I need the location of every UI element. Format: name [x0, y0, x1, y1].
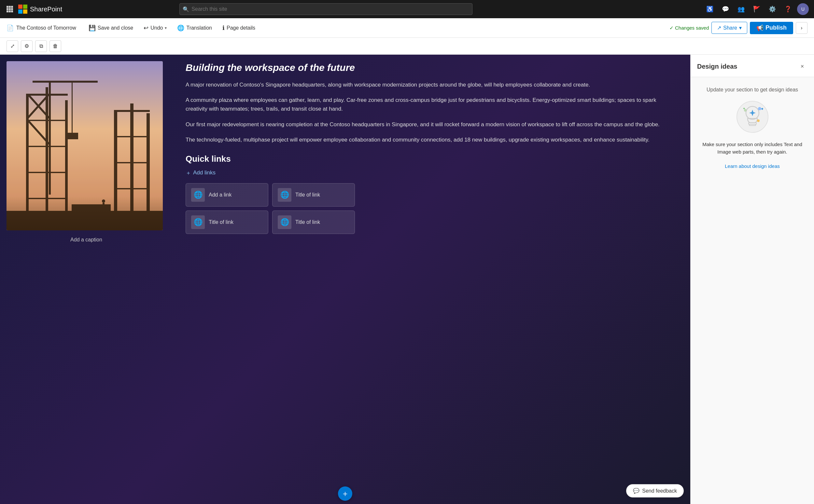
svg-rect-38	[103, 203, 104, 208]
svg-rect-4	[9, 8, 11, 10]
link-label-2: Title of link	[209, 219, 233, 225]
left-panel: Add a caption	[0, 55, 172, 504]
svg-rect-3	[7, 8, 8, 10]
svg-rect-41	[72, 208, 74, 211]
save-close-button[interactable]: 💾 Save and close	[84, 22, 138, 34]
quick-links-section: Quick links ＋ Add links 🌐 Add a link 🌐 T…	[186, 154, 677, 234]
caption-area[interactable]: Add a caption	[7, 234, 166, 245]
link-globe-icon-1: 🌐	[278, 188, 291, 202]
topbar-icons: ♿ 💬 👥 🚩 ⚙️ ❓ U	[703, 3, 809, 16]
add-links-button[interactable]: ＋ Add links	[186, 169, 677, 177]
svg-rect-10	[23, 5, 27, 9]
page-details-icon: ℹ	[222, 24, 225, 32]
checkmark-icon: ✓	[669, 25, 674, 31]
send-feedback-button[interactable]: 💬 Send feedback	[626, 484, 684, 497]
microsoft-logo[interactable]: SharePoint	[18, 5, 62, 14]
topbar: SharePoint 🔍 ♿ 💬 👥 🚩 ⚙️ ❓ U	[0, 0, 814, 18]
learn-about-design-ideas-link[interactable]: Learn about design ideas	[725, 163, 780, 169]
duplicate-tool-button[interactable]: ⧉	[35, 40, 47, 52]
page-content: Add a caption Building the workspace of …	[0, 55, 690, 504]
links-grid: 🌐 Add a link 🌐 Title of link 🌐 Title of …	[186, 183, 355, 234]
help-icon[interactable]: ❓	[781, 3, 794, 16]
settings-tool-button[interactable]: ⚙	[21, 40, 33, 52]
link-label-3: Title of link	[295, 219, 320, 225]
plus-icon: ＋	[186, 169, 191, 177]
article-para-3: Our first major redevelopment is nearing…	[186, 120, 677, 129]
accessibility-icon[interactable]: ♿	[703, 3, 716, 16]
svg-rect-18	[26, 120, 68, 121]
share-dropdown-arrow[interactable]: ▾	[739, 25, 742, 31]
svg-rect-34	[114, 162, 150, 163]
share-button[interactable]: ↗ Share ▾	[711, 22, 747, 34]
publish-button[interactable]: 📢 Publish	[750, 22, 793, 34]
link-card-add[interactable]: 🌐 Add a link	[186, 183, 268, 207]
close-design-ideas-button[interactable]: ×	[797, 61, 807, 72]
changes-saved-status: ✓ Changes saved	[669, 25, 709, 31]
svg-rect-14	[26, 94, 29, 230]
right-panel: Building the workspace of the future A m…	[172, 55, 690, 504]
flag-icon[interactable]: 🚩	[750, 3, 763, 16]
svg-rect-5	[11, 8, 13, 10]
people-icon[interactable]: 👥	[735, 3, 748, 16]
undo-dropdown-arrow[interactable]: ▾	[165, 26, 167, 30]
site-title-label: The Contoso of Tomorrow	[16, 25, 76, 31]
design-info-text: Make sure your section only includes Tex…	[697, 141, 807, 156]
share-icon: ↗	[717, 25, 721, 31]
svg-rect-12	[23, 9, 27, 14]
link-globe-icon-0: 🌐	[191, 188, 205, 202]
site-title: 📄 The Contoso of Tomorrow	[7, 24, 76, 32]
content-area: Add a caption Building the workspace of …	[0, 55, 690, 504]
main-layout: Add a caption Building the workspace of …	[0, 55, 814, 504]
svg-rect-20	[26, 172, 68, 173]
design-update-text: Update your section to get design ideas	[707, 87, 798, 93]
user-avatar[interactable]: U	[797, 3, 809, 15]
article-para-2: A community plaza where employees can ga…	[186, 96, 677, 113]
svg-text:✦: ✦	[761, 107, 764, 111]
translation-button[interactable]: 🌐 Translation	[172, 22, 216, 34]
svg-rect-6	[7, 10, 8, 12]
svg-rect-25	[49, 81, 51, 195]
design-ideas-header: Design ideas ×	[691, 55, 814, 77]
toolbar-left: 📄 The Contoso of Tomorrow 💾 Save and clo…	[7, 22, 669, 34]
svg-rect-42	[107, 208, 110, 211]
content-toolbar: ⤢ ⚙ ⧉ 🗑	[0, 38, 814, 55]
link-card-3[interactable]: 🌐 Title of link	[272, 211, 355, 234]
page-details-button[interactable]: ℹ Page details	[218, 22, 260, 34]
toolbar-right: ✓ Changes saved ↗ Share ▾ 📢 Publish ›	[669, 22, 807, 34]
svg-rect-0	[7, 6, 8, 8]
svg-rect-26	[33, 81, 98, 83]
svg-rect-35	[114, 188, 150, 189]
article-body: A major renovation of Contoso's Singapor…	[186, 80, 677, 144]
delete-tool-button[interactable]: 🗑	[49, 40, 61, 52]
search-input[interactable]	[179, 3, 473, 15]
svg-text:✦: ✦	[743, 107, 745, 110]
svg-rect-40	[72, 211, 111, 213]
article-para-4: The technology-fueled, multiphase projec…	[186, 135, 677, 144]
translation-icon: 🌐	[177, 24, 184, 32]
undo-icon: ↩	[144, 24, 148, 32]
svg-rect-15	[46, 87, 48, 230]
add-section-button[interactable]: ＋	[338, 486, 352, 501]
svg-rect-8	[11, 10, 13, 12]
publish-icon: 📢	[756, 24, 764, 32]
link-card-2[interactable]: 🌐 Title of link	[186, 211, 268, 234]
link-card-1[interactable]: 🌐 Title of link	[272, 183, 355, 207]
link-label-1: Title of link	[295, 192, 320, 198]
move-tool-button[interactable]: ⤢	[7, 40, 18, 52]
svg-point-50	[757, 119, 760, 122]
undo-button[interactable]: ↩ Undo ▾	[139, 22, 171, 34]
svg-rect-9	[18, 5, 22, 9]
settings-icon[interactable]: ⚙️	[766, 3, 779, 16]
waffle-menu[interactable]	[5, 5, 14, 14]
collapse-panel-button[interactable]: ›	[796, 22, 807, 34]
edit-toolbar: 📄 The Contoso of Tomorrow 💾 Save and clo…	[0, 18, 814, 38]
construction-image	[7, 61, 163, 230]
design-ideas-title: Design ideas	[697, 63, 737, 70]
chat-icon[interactable]: 💬	[719, 3, 732, 16]
svg-rect-21	[26, 198, 68, 199]
svg-rect-11	[18, 9, 22, 14]
link-label-0: Add a link	[209, 192, 231, 198]
feedback-icon: 💬	[633, 488, 640, 494]
svg-rect-28	[67, 133, 78, 139]
site-icon: 📄	[7, 24, 14, 32]
